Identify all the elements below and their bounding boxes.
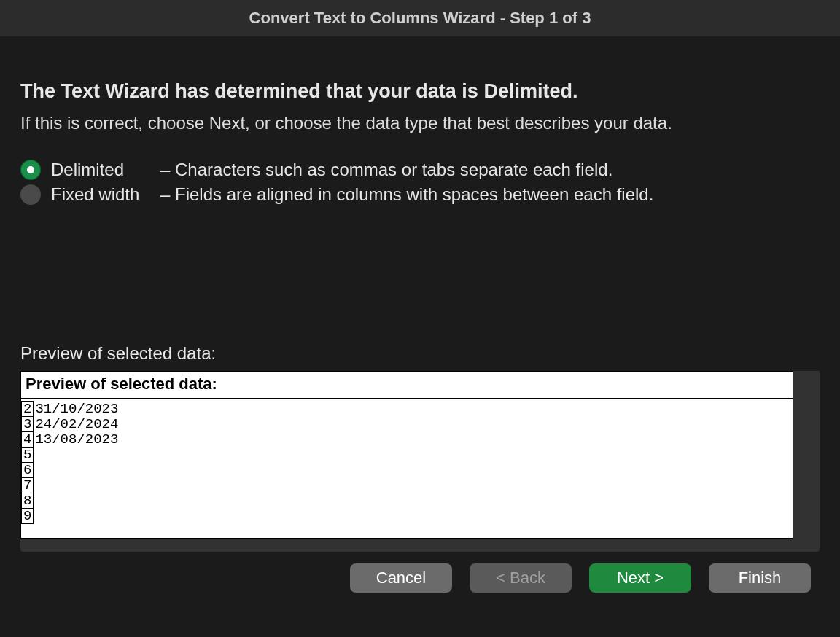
preview-header: Preview of selected data: [21,372,793,399]
row-line-number: 7 [22,478,34,493]
option-delimited-row[interactable]: Delimited – Characters such as commas or… [20,160,820,180]
preview-container: Preview of selected data: 231/10/2023324… [20,371,820,552]
radio-delimited[interactable] [20,160,41,180]
table-row: 5 [22,448,120,463]
next-button[interactable]: Next > [589,563,691,593]
row-line-number: 2 [22,402,34,417]
wizard-content: The Text Wizard has determined that your… [0,36,840,552]
preview-label: Preview of selected data: [20,343,820,364]
table-row: 8 [22,493,120,509]
wizard-subheading: If this is correct, choose Next, or choo… [20,113,820,133]
radio-delimited-label: Delimited [51,160,160,180]
row-value: 13/08/2023 [34,432,120,448]
preview-table: 231/10/2023324/02/2024413/08/202356789 [21,401,120,524]
row-line-number: 6 [22,463,34,478]
wizard-button-row: Cancel < Back Next > Finish [0,563,840,593]
row-line-number: 8 [22,493,34,509]
row-line-number: 4 [22,432,34,448]
table-row: 413/08/2023 [22,432,120,448]
row-line-number: 5 [22,448,34,463]
table-row: 231/10/2023 [22,402,120,417]
back-button: < Back [470,563,572,593]
option-fixed-row[interactable]: Fixed width – Fields are aligned in colu… [20,184,820,205]
radio-delimited-desc: – Characters such as commas or tabs sepa… [160,160,612,180]
radio-fixed-desc: – Fields are aligned in columns with spa… [160,184,653,205]
preview-box: Preview of selected data: 231/10/2023324… [20,371,793,539]
row-line-number: 9 [22,509,34,524]
finish-button[interactable]: Finish [709,563,811,593]
cancel-button[interactable]: Cancel [350,563,452,593]
window-title-text: Convert Text to Columns Wizard - Step 1 … [249,9,591,28]
table-row: 6 [22,463,120,478]
table-row: 324/02/2024 [22,417,120,432]
wizard-heading: The Text Wizard has determined that your… [20,80,820,103]
row-line-number: 3 [22,417,34,432]
table-row: 9 [22,509,120,524]
window-title: Convert Text to Columns Wizard - Step 1 … [0,0,840,36]
row-value: 31/10/2023 [34,402,120,417]
row-value: 24/02/2024 [34,417,120,432]
radio-fixed-width[interactable] [20,184,41,205]
table-row: 7 [22,478,120,493]
radio-fixed-label: Fixed width [51,184,160,205]
